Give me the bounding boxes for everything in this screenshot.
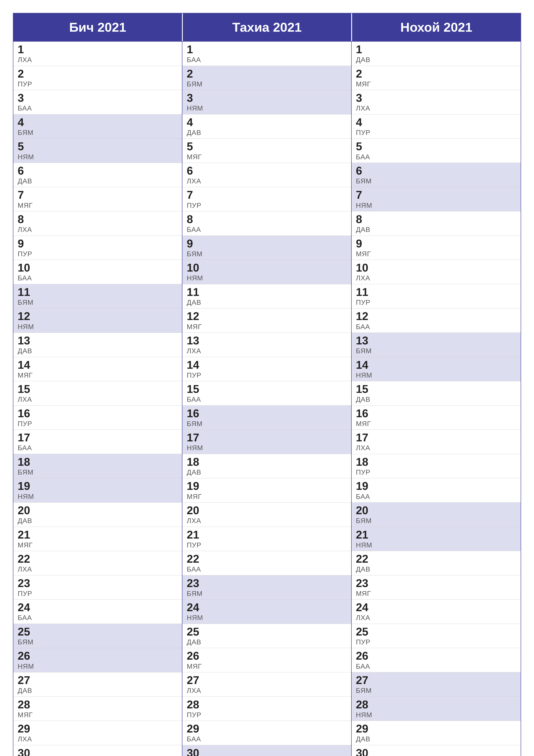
day-name: НЯМ [18, 323, 178, 331]
day-name: БАА [356, 662, 516, 670]
day-number: 1 [356, 43, 516, 56]
day-number: 12 [187, 310, 347, 322]
day-number: 10 [356, 262, 516, 274]
day-name: БАА [18, 274, 178, 282]
day-number: 13 [356, 335, 516, 347]
day-number: 24 [187, 601, 347, 613]
day-number: 18 [187, 456, 347, 468]
day-row: 25ПУР [352, 624, 521, 648]
day-name: БАА [187, 226, 347, 233]
day-number: 12 [18, 310, 178, 322]
day-row: 15БАА [182, 381, 351, 406]
day-row: 17БАА [13, 430, 182, 454]
day-row: 28МЯГ [13, 697, 182, 721]
day-row: 12МЯГ [182, 309, 351, 333]
day-number: 6 [187, 165, 347, 177]
day-number: 7 [187, 189, 347, 201]
day-name: ПУР [356, 298, 516, 307]
day-name: БАА [356, 493, 516, 500]
day-name: НЯМ [356, 201, 516, 209]
month-header-1: Бич 2021 [13, 14, 182, 41]
day-row: 8ДАВ [352, 211, 521, 236]
day-number: 21 [187, 528, 347, 541]
day-row: 21МЯГ [13, 527, 182, 551]
day-row: 18ПУР [352, 454, 521, 478]
day-number: 18 [18, 456, 178, 468]
day-number: 28 [356, 698, 516, 711]
day-row: 11ПУР [352, 284, 521, 309]
day-number: 22 [187, 553, 347, 565]
day-name: ПУР [187, 371, 347, 379]
day-row: 2МЯГ [352, 66, 521, 90]
day-row: 3БАА [13, 90, 182, 115]
day-number: 26 [187, 650, 347, 662]
day-name: ЛХА [18, 56, 178, 64]
day-row: 16ПУР [13, 406, 182, 430]
day-row: 7ПУР [182, 187, 351, 211]
day-row: 11ДАВ [182, 284, 351, 309]
day-number: 29 [18, 723, 178, 735]
day-number: 26 [356, 650, 516, 662]
day-number: 27 [18, 674, 178, 687]
day-row: 27БЯМ [352, 672, 521, 697]
day-name: БЯМ [356, 687, 516, 694]
day-name: НЯМ [356, 371, 516, 379]
day-name: ЛХА [187, 517, 347, 525]
day-name: ДАВ [356, 735, 516, 743]
day-number: 9 [356, 237, 516, 250]
day-number: 8 [18, 213, 178, 226]
day-row: 1ДАВ [352, 41, 521, 66]
day-row: 22ЛХА [13, 551, 182, 576]
day-name: ЛХА [356, 444, 516, 452]
day-number: 9 [18, 237, 178, 250]
day-name: ДАВ [356, 56, 516, 64]
day-number: 27 [187, 674, 347, 687]
day-number: 17 [356, 431, 516, 444]
day-number: 6 [18, 165, 178, 177]
day-number: 19 [187, 480, 347, 492]
day-row: 21НЯМ [352, 527, 521, 551]
day-row: 28ПУР [182, 697, 351, 721]
day-name: ДАВ [187, 128, 347, 137]
day-number: 10 [187, 262, 347, 274]
day-name: ЛХА [187, 177, 347, 185]
day-number: 3 [187, 92, 347, 104]
day-name: МЯГ [187, 662, 347, 670]
day-name: БЯМ [18, 298, 178, 307]
day-row: 18ДАВ [182, 454, 351, 478]
day-row: 13БЯМ [352, 333, 521, 357]
day-name: ДАВ [187, 638, 347, 646]
day-name: ЛХА [18, 565, 178, 573]
day-name: ДАВ [356, 226, 516, 233]
day-number: 20 [356, 504, 516, 517]
day-row: 19БАА [352, 478, 521, 502]
day-name: ЛХА [356, 274, 516, 282]
day-number: 7 [18, 189, 178, 201]
day-row: 6ДАВ [13, 163, 182, 187]
day-row: 24НЯМ [182, 600, 351, 624]
day-row: 26МЯГ [182, 648, 351, 672]
day-row: 14ПУР [182, 357, 351, 381]
day-number: 25 [356, 626, 516, 638]
day-number: 14 [18, 359, 178, 371]
day-row: 27ДАВ [13, 672, 182, 697]
day-number: 2 [187, 68, 347, 80]
day-number: 3 [18, 92, 178, 104]
day-name: ЛХА [187, 687, 347, 694]
day-number: 11 [18, 286, 178, 298]
day-row: 16БЯМ [182, 406, 351, 430]
day-number: 10 [18, 262, 178, 274]
day-name: МЯГ [356, 80, 516, 88]
day-number: 25 [187, 626, 347, 638]
day-name: ЛХА [18, 395, 178, 403]
day-number: 29 [187, 723, 347, 735]
day-number: 2 [356, 68, 516, 80]
day-row: 20ЛХА [182, 502, 351, 527]
day-row: 23ПУР [13, 576, 182, 600]
day-number: 16 [18, 407, 178, 419]
day-name: БЯМ [187, 419, 347, 428]
day-number: 23 [187, 577, 347, 589]
day-number: 7 [356, 189, 516, 201]
day-name: МЯГ [18, 371, 178, 379]
day-row: 9МЯГ [352, 236, 521, 260]
